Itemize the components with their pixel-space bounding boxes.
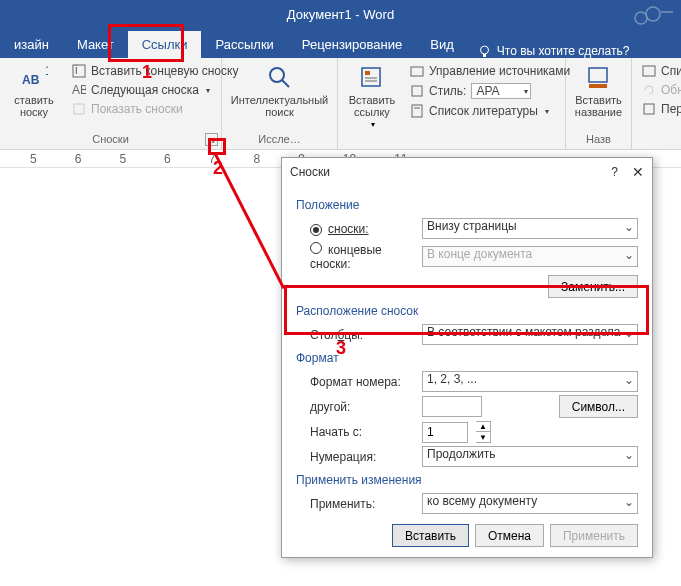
svg-text:i: i bbox=[75, 64, 78, 77]
columns-select[interactable]: В соответствии с макетом раздела bbox=[422, 324, 638, 345]
footnotes-position-select[interactable]: Внизу страницы bbox=[422, 218, 638, 239]
chevron-down-icon: ▾ bbox=[545, 107, 549, 116]
list-icon bbox=[642, 64, 656, 78]
close-button[interactable]: ✕ bbox=[632, 164, 644, 180]
radio-icon bbox=[310, 224, 322, 236]
svg-rect-13 bbox=[365, 71, 370, 75]
spin-down-icon[interactable]: ▼ bbox=[476, 432, 490, 442]
start-at-spinner[interactable]: ▲▼ bbox=[476, 421, 491, 443]
insert-endnote-button[interactable]: i Вставить концевую сноску bbox=[68, 62, 242, 80]
spin-up-icon[interactable]: ▲ bbox=[476, 422, 490, 432]
bibliography-icon bbox=[410, 104, 424, 118]
group-label-research: Иссле… bbox=[228, 133, 331, 147]
apply-to-select[interactable]: ко всему документу bbox=[422, 493, 638, 514]
svg-point-0 bbox=[635, 12, 647, 24]
endnotes-radio[interactable]: концевые сноски: bbox=[296, 242, 414, 271]
insert-footnote-button[interactable]: AB1 ставить носку bbox=[6, 62, 62, 120]
tell-me-search[interactable]: Что вы хотите сделать? bbox=[468, 44, 640, 58]
citation-icon bbox=[358, 64, 386, 92]
annotation-number-3: 3 bbox=[336, 338, 346, 359]
refresh-icon bbox=[642, 83, 656, 97]
group-label-footnotes: Сноски bbox=[6, 133, 215, 147]
chevron-down-icon: ▾ bbox=[206, 86, 210, 95]
insert-citation-button[interactable]: Вставить ссылку ▾ bbox=[344, 62, 400, 131]
svg-rect-23 bbox=[644, 104, 654, 114]
svg-text:1: 1 bbox=[45, 66, 48, 78]
caption-icon bbox=[585, 64, 613, 92]
insert-button[interactable]: Вставить bbox=[392, 524, 469, 547]
symbol-button[interactable]: Символ... bbox=[559, 395, 638, 418]
smart-lookup-button[interactable]: Интеллектуальный поиск bbox=[228, 62, 331, 120]
cross-reference-button[interactable]: Пер bbox=[638, 100, 681, 118]
tab-review[interactable]: Рецензирование bbox=[288, 31, 416, 58]
ribbon-tabs: изайн Макет Ссылки Рассылки Рецензирован… bbox=[0, 28, 681, 58]
footnotes-radio[interactable]: сноски: bbox=[296, 222, 414, 236]
annotation-number-1: 1 bbox=[142, 62, 152, 83]
apply-button: Применить bbox=[550, 524, 638, 547]
svg-rect-22 bbox=[643, 66, 655, 76]
update-index-button: Обн bbox=[638, 81, 681, 99]
group-citations: Вставить ссылку ▾ Управление источниками… bbox=[338, 58, 566, 149]
group-captions: Вставить название Назв bbox=[566, 58, 632, 149]
tab-mailings[interactable]: Рассылки bbox=[201, 31, 287, 58]
style-value[interactable]: APA bbox=[471, 83, 531, 99]
tab-layout[interactable]: Макет bbox=[63, 31, 128, 58]
cloud-icon bbox=[633, 4, 673, 26]
show-notes-button: Показать сноски bbox=[68, 100, 242, 118]
group-label-captions: Назв bbox=[572, 133, 625, 147]
titlebar: Документ1 - Word bbox=[0, 0, 681, 28]
bibliography-button[interactable]: Список литературы ▾ bbox=[406, 102, 574, 120]
custom-mark-input[interactable] bbox=[422, 396, 482, 417]
footnotes-dialog-launcher[interactable]: ↘ bbox=[205, 133, 218, 146]
manage-sources-button[interactable]: Управление источниками bbox=[406, 62, 574, 80]
svg-rect-9 bbox=[74, 104, 84, 114]
svg-rect-16 bbox=[411, 67, 423, 76]
cancel-button[interactable]: Отмена bbox=[475, 524, 544, 547]
svg-text:AB: AB bbox=[72, 83, 86, 97]
svg-point-10 bbox=[270, 68, 284, 82]
dialog-title: Сноски bbox=[290, 165, 330, 179]
footnote-icon: AB1 bbox=[20, 64, 48, 92]
svg-rect-21 bbox=[589, 84, 607, 88]
radio-icon bbox=[310, 242, 322, 254]
section-position: Положение bbox=[296, 198, 638, 212]
mark-entry-button[interactable]: Спис bbox=[638, 62, 681, 80]
ribbon: AB1 ставить носку i Вставить концевую сн… bbox=[0, 58, 681, 150]
show-notes-icon bbox=[72, 102, 86, 116]
svg-rect-12 bbox=[362, 68, 380, 86]
section-layout: Расположение сносок bbox=[296, 304, 638, 318]
number-format-select[interactable]: 1, 2, 3, ... bbox=[422, 371, 638, 392]
tab-references[interactable]: Ссылки bbox=[128, 31, 202, 58]
number-format-label: Формат номера: bbox=[296, 375, 414, 389]
svg-rect-20 bbox=[589, 68, 607, 82]
convert-button[interactable]: Заменить... bbox=[548, 275, 638, 298]
custom-mark-label: другой: bbox=[296, 400, 414, 414]
svg-line-11 bbox=[282, 80, 289, 87]
help-button[interactable]: ? bbox=[611, 165, 618, 179]
crossref-icon bbox=[642, 102, 656, 116]
citation-style-select[interactable]: Стиль: APA ▾ bbox=[406, 81, 574, 101]
svg-text:AB: AB bbox=[22, 73, 40, 87]
tab-design[interactable]: изайн bbox=[0, 31, 63, 58]
endnotes-position-select: В конце документа bbox=[422, 246, 638, 267]
sources-icon bbox=[410, 64, 424, 78]
magnifier-icon bbox=[266, 64, 294, 92]
tab-view[interactable]: Вид bbox=[416, 31, 468, 58]
apply-to-label: Применить: bbox=[296, 497, 414, 511]
section-format: Формат bbox=[296, 351, 638, 365]
svg-point-1 bbox=[646, 7, 660, 21]
numbering-select[interactable]: Продолжить bbox=[422, 446, 638, 467]
columns-label: Столбцы: bbox=[296, 328, 414, 342]
next-footnote-icon: AB bbox=[72, 83, 86, 97]
insert-caption-button[interactable]: Вставить название bbox=[571, 62, 627, 120]
tell-me-label: Что вы хотите сделать? bbox=[497, 44, 630, 58]
style-icon bbox=[410, 84, 424, 98]
group-footnotes: AB1 ставить носку i Вставить концевую сн… bbox=[0, 58, 222, 149]
numbering-label: Нумерация: bbox=[296, 450, 414, 464]
start-at-label: Начать с: bbox=[296, 425, 414, 439]
svg-point-2 bbox=[480, 46, 488, 54]
next-footnote-button[interactable]: AB Следующая сноска ▾ bbox=[68, 81, 242, 99]
group-index: Спис Обн Пер bbox=[632, 58, 681, 149]
start-at-input[interactable] bbox=[422, 422, 468, 443]
section-apply-changes: Применить изменения bbox=[296, 473, 638, 487]
